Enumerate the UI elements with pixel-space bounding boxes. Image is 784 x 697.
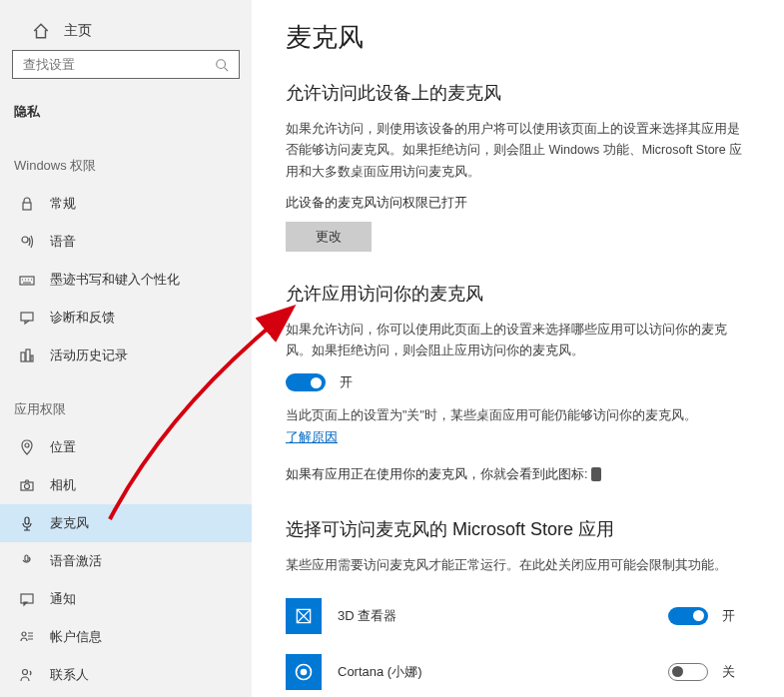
sidebar-item-label: 相机 — [50, 476, 76, 494]
svg-rect-11 — [25, 517, 29, 524]
sidebar-item-label: 语音 — [50, 233, 76, 251]
contacts-icon — [18, 667, 36, 683]
microphone-icon — [18, 515, 36, 531]
speech-icon — [18, 234, 36, 250]
svg-rect-7 — [31, 355, 33, 361]
svg-point-10 — [25, 484, 30, 489]
app-name: Cortana (小娜) — [338, 663, 668, 681]
search-field[interactable] — [23, 57, 215, 72]
svg-rect-12 — [25, 555, 28, 561]
device-access-status: 此设备的麦克风访问权限已打开 — [286, 195, 750, 212]
voice-activation-icon — [18, 553, 36, 569]
app-toggle[interactable] — [668, 663, 708, 681]
search-input[interactable] — [12, 50, 240, 79]
location-icon — [18, 439, 36, 455]
app-name: 3D 查看器 — [338, 607, 668, 625]
app-access-toggle[interactable] — [286, 373, 326, 391]
sidebar-item-notifications[interactable]: 通知 — [0, 580, 252, 618]
svg-rect-1 — [23, 203, 31, 210]
svg-rect-5 — [21, 352, 25, 361]
feedback-icon — [18, 310, 36, 326]
change-button[interactable]: 更改 — [286, 222, 372, 252]
history-icon — [18, 348, 36, 363]
svg-point-0 — [217, 59, 226, 68]
home-icon — [32, 22, 50, 40]
section-store-apps-title: 选择可访问麦克风的 Microsoft Store 应用 — [286, 517, 750, 541]
camera-icon — [18, 477, 36, 493]
sidebar-item-voice-activation[interactable]: 语音激活 — [0, 542, 252, 580]
svg-rect-6 — [26, 349, 30, 361]
app-icon — [286, 598, 322, 634]
account-icon — [18, 629, 36, 645]
app-toggle-state: 关 — [722, 663, 750, 681]
notifications-icon — [18, 591, 36, 607]
svg-point-15 — [23, 670, 28, 675]
section-app-access-title: 允许应用访问你的麦克风 — [286, 282, 750, 306]
svg-rect-3 — [20, 277, 34, 285]
app-access-toggle-state: 开 — [340, 373, 353, 391]
in-use-text: 如果有应用正在使用你的麦克风，你就会看到此图标: — [286, 466, 750, 483]
app-toggle-state: 开 — [722, 607, 750, 625]
sidebar-item-camera[interactable]: 相机 — [0, 466, 252, 504]
lock-icon — [18, 196, 36, 212]
svg-point-17 — [301, 668, 308, 675]
sidebar-item-label: 诊断和反馈 — [50, 309, 115, 327]
app-row: 3D 查看器 开 — [286, 588, 750, 644]
svg-point-8 — [25, 443, 29, 447]
home-label: 主页 — [64, 22, 92, 40]
sidebar-item-label: 位置 — [50, 438, 76, 456]
svg-point-14 — [22, 632, 26, 636]
sidebar-item-label: 语音激活 — [50, 552, 102, 570]
learn-why-link[interactable]: 了解原因 — [286, 430, 338, 444]
sidebar-item-label: 联系人 — [50, 666, 89, 684]
svg-rect-4 — [21, 313, 33, 321]
sidebar-item-account-info[interactable]: 帐户信息 — [0, 618, 252, 656]
sidebar-item-inking[interactable]: 墨迹书写和键入个性化 — [0, 261, 252, 299]
home-button[interactable]: 主页 — [0, 14, 252, 50]
section-device-access-desc: 如果允许访问，则使用该设备的用户将可以使用该页面上的设置来选择其应用是否能够访问… — [286, 119, 750, 183]
svg-point-2 — [22, 237, 28, 243]
privacy-header: 隐私 — [0, 97, 252, 131]
sidebar-item-diagnostics[interactable]: 诊断和反馈 — [0, 299, 252, 337]
search-icon — [215, 58, 229, 72]
sidebar-item-label: 麦克风 — [50, 514, 89, 532]
sidebar-item-label: 活动历史记录 — [50, 347, 128, 364]
sidebar-item-activity[interactable]: 活动历史记录 — [0, 337, 252, 374]
sidebar-item-general[interactable]: 常规 — [0, 185, 252, 223]
page-title: 麦克风 — [286, 20, 750, 55]
win-perm-header: Windows 权限 — [0, 151, 252, 185]
app-icon — [286, 654, 322, 690]
sidebar-item-location[interactable]: 位置 — [0, 428, 252, 466]
sidebar-item-label: 帐户信息 — [50, 628, 102, 646]
app-toggle[interactable] — [668, 607, 708, 625]
app-perm-header: 应用权限 — [0, 394, 252, 428]
section-store-apps-desc: 某些应用需要访问麦克风才能正常运行。在此处关闭应用可能会限制其功能。 — [286, 555, 750, 576]
section-device-access-title: 允许访问此设备上的麦克风 — [286, 81, 750, 105]
sidebar-item-microphone[interactable]: 麦克风 — [0, 504, 252, 542]
sidebar-item-label: 常规 — [50, 195, 76, 213]
sidebar-item-speech[interactable]: 语音 — [0, 223, 252, 261]
sidebar-item-label: 通知 — [50, 590, 76, 608]
app-row: Cortana (小娜) 关 — [286, 644, 750, 697]
main-content: 麦克风 允许访问此设备上的麦克风 如果允许访问，则使用该设备的用户将可以使用该页… — [252, 0, 784, 697]
sidebar-item-contacts[interactable]: 联系人 — [0, 656, 252, 694]
keyboard-icon — [18, 272, 36, 288]
app-access-note: 当此页面上的设置为"关"时，某些桌面应用可能仍能够访问你的麦克风。 — [286, 405, 750, 426]
sidebar-item-label: 墨迹书写和键入个性化 — [50, 271, 180, 289]
mic-indicator-icon — [591, 467, 601, 481]
sidebar: 主页 隐私 Windows 权限 常规 语音 墨迹书写和键入个性化 诊断和反馈 … — [0, 0, 252, 697]
section-app-access-desc: 如果允许访问，你可以使用此页面上的设置来选择哪些应用可以访问你的麦克风。如果拒绝… — [286, 320, 750, 362]
